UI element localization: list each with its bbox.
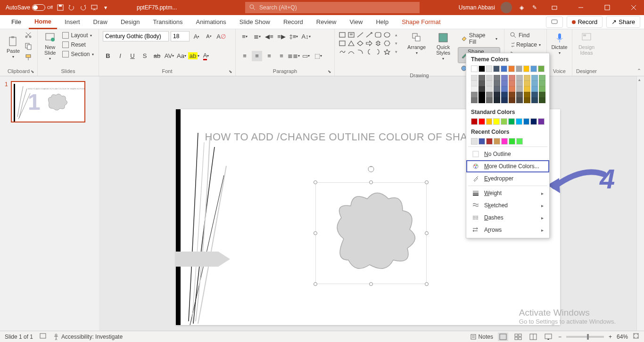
resize-handle-sw[interactable] <box>314 282 317 286</box>
shape-fill-button[interactable]: Shape Fill▾ <box>458 31 500 46</box>
theme-tint-4-4[interactable] <box>501 98 508 103</box>
align-center-button[interactable]: ≡ <box>252 51 262 61</box>
theme-tint-4-0[interactable] <box>501 75 508 81</box>
theme-tint-9-3[interactable] <box>539 92 545 98</box>
shape-curve-icon[interactable] <box>347 48 355 55</box>
tab-review[interactable]: Review <box>311 16 342 28</box>
columns-button[interactable]: ≣≣▾ <box>289 51 299 61</box>
indent-inc-button[interactable]: ≡▶ <box>276 31 287 41</box>
tab-insert[interactable]: Insert <box>59 16 86 28</box>
theme-tint-4-1[interactable] <box>501 81 508 86</box>
tab-view[interactable]: View <box>344 16 368 28</box>
theme-tint-4-3[interactable] <box>501 92 508 98</box>
resize-handle-n[interactable] <box>369 180 373 184</box>
notes-button[interactable]: Notes <box>470 334 493 340</box>
theme-tint-8-4[interactable] <box>531 98 538 103</box>
slide-area[interactable]: HOW TO ADD /CHANGE OUTLINE COLOUR OF SHA… <box>99 76 636 340</box>
theme-tint-6-1[interactable] <box>516 81 523 86</box>
no-outline-item[interactable]: No Outline <box>466 148 549 160</box>
tab-record[interactable]: Record <box>278 16 309 28</box>
theme-tint-8-1[interactable] <box>531 81 538 86</box>
theme-tint-9-4[interactable] <box>539 98 545 103</box>
theme-tint-5-1[interactable] <box>509 81 515 86</box>
theme-tint-1-1[interactable] <box>479 81 485 86</box>
theme-tint-8-0[interactable] <box>531 75 538 81</box>
theme-tint-5-2[interactable] <box>509 86 515 92</box>
theme-tint-2-2[interactable] <box>486 86 493 92</box>
theme-tint-3-2[interactable] <box>494 86 500 92</box>
theme-color-9[interactable] <box>538 65 545 72</box>
theme-tint-9-2[interactable] <box>539 86 545 92</box>
theme-tint-2-3[interactable] <box>486 92 493 98</box>
tab-draw[interactable]: Draw <box>88 16 113 28</box>
theme-color-4[interactable] <box>501 65 507 72</box>
theme-tint-1-3[interactable] <box>479 92 485 98</box>
tab-help[interactable]: Help <box>370 16 394 28</box>
theme-color-1[interactable] <box>479 65 485 72</box>
smartart-button[interactable]: ⬚▾ <box>313 51 323 61</box>
spacing-button[interactable]: AV▾ <box>164 51 174 61</box>
tab-transitions[interactable]: Transitions <box>147 16 188 28</box>
shape-freeform-icon[interactable] <box>339 48 346 55</box>
more-outline-colors-item[interactable]: More Outline Colors... <box>466 160 549 172</box>
theme-tint-2-1[interactable] <box>486 81 493 86</box>
zoom-level[interactable]: 64% <box>617 334 628 340</box>
theme-tint-6-0[interactable] <box>516 75 523 81</box>
find-button[interactable]: Find <box>508 31 543 40</box>
shape-arrow-line-icon[interactable] <box>365 31 373 38</box>
sorter-view-button[interactable] <box>513 333 523 341</box>
strike-button[interactable]: ab <box>152 51 162 61</box>
shape-hexagon-icon[interactable] <box>383 40 391 47</box>
paste-button[interactable]: Paste ▾ <box>4 31 23 63</box>
resize-handle-e[interactable] <box>425 231 429 235</box>
vertical-scrollbar[interactable]: ▴ ▾ <box>636 76 644 340</box>
numbering-button[interactable]: ≣▾ <box>252 31 262 41</box>
thumb-preview[interactable]: HOW TO ADD /CHANGE OUTLINE COLOUR OF SHA… <box>11 81 85 122</box>
shape-arrow-right-icon[interactable] <box>365 40 373 47</box>
font-family-select[interactable] <box>103 31 169 41</box>
share-button[interactable]: ↗Share <box>606 16 640 28</box>
rotate-handle[interactable] <box>367 165 375 173</box>
weight-item[interactable]: Weight ▸ <box>466 187 549 199</box>
change-case-button[interactable]: Aa▾ <box>176 51 187 61</box>
cut-icon[interactable] <box>25 31 32 41</box>
maximize-icon[interactable] <box>597 0 618 15</box>
recent-color-4[interactable] <box>501 138 508 145</box>
shape-star-icon[interactable] <box>383 48 391 55</box>
standard-color-6[interactable] <box>516 118 522 125</box>
recent-color-3[interactable] <box>494 138 500 145</box>
gallery-up-icon[interactable]: ▴ <box>392 31 400 38</box>
align-text-button[interactable]: ▭▾ <box>301 51 311 61</box>
bullets-button[interactable]: ≡▾ <box>239 31 250 41</box>
undo-icon[interactable] <box>68 4 75 11</box>
zoom-out-button[interactable]: − <box>558 334 561 340</box>
align-right-button[interactable]: ≡ <box>264 51 274 61</box>
recent-color-6[interactable] <box>516 138 523 145</box>
theme-tint-7-3[interactable] <box>524 92 530 98</box>
thumbnail-pane[interactable]: 1 HOW TO ADD /CHANGE OUTLINE COLOUR OF S… <box>0 76 99 340</box>
shape-rect2-icon[interactable] <box>339 40 346 47</box>
theme-color-0[interactable] <box>471 65 478 72</box>
theme-color-2[interactable] <box>486 65 493 72</box>
standard-color-5[interactable] <box>508 118 515 125</box>
zoom-in-button[interactable]: + <box>609 334 612 340</box>
indent-dec-button[interactable]: ◀≡ <box>264 31 274 41</box>
autosave-toggle[interactable]: AutoSave Off <box>6 4 53 11</box>
eyedropper-item[interactable]: Eyedropper <box>466 172 549 185</box>
underline-button[interactable]: U <box>127 51 138 61</box>
tab-home[interactable]: Home <box>29 15 57 29</box>
theme-tint-5-4[interactable] <box>509 98 515 103</box>
theme-tint-4-2[interactable] <box>501 86 508 92</box>
dictate-button[interactable]: Dictate ▾ <box>551 31 568 56</box>
standard-color-3[interactable] <box>493 118 500 125</box>
normal-view-button[interactable] <box>498 333 508 341</box>
font-launcher-icon[interactable]: ⬊ <box>229 69 234 75</box>
recent-color-1[interactable] <box>479 138 485 145</box>
recent-color-5[interactable] <box>509 138 515 145</box>
toggle-switch[interactable] <box>32 4 45 11</box>
theme-tint-9-1[interactable] <box>539 81 545 86</box>
copy-icon[interactable] <box>25 42 32 52</box>
standard-color-8[interactable] <box>530 118 537 125</box>
language-icon[interactable] <box>40 333 46 341</box>
decrease-font-icon[interactable]: A▾ <box>204 31 214 41</box>
